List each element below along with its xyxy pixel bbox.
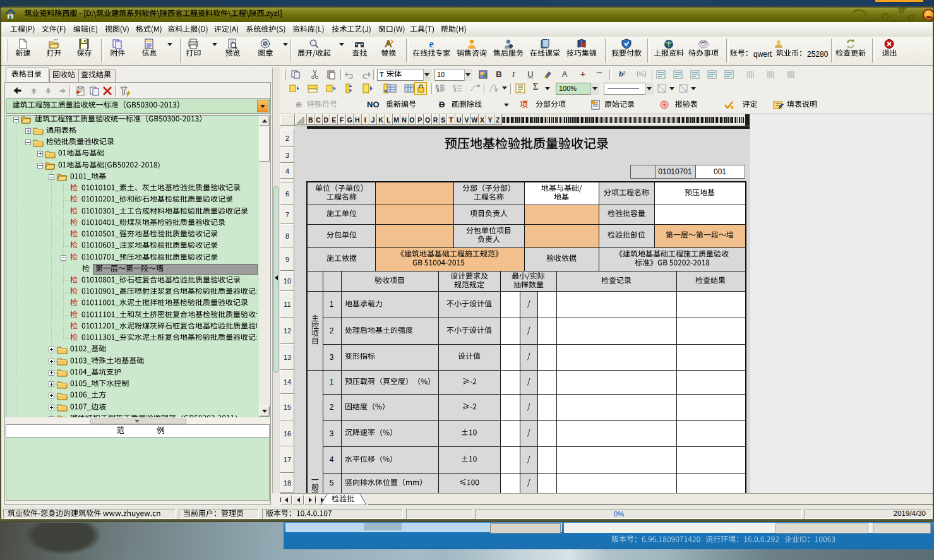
svg-text:DVD: DVD <box>700 40 707 44</box>
svg-text:e: e <box>429 39 433 49</box>
